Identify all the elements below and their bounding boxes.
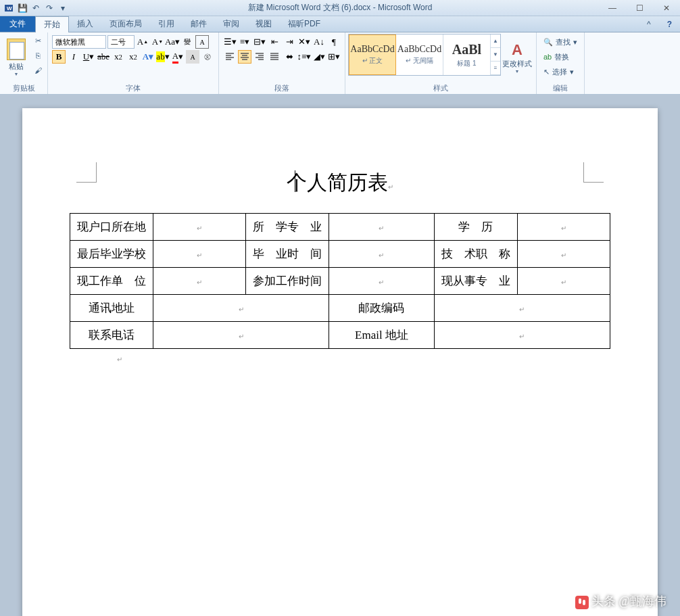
- doc-title[interactable]: 个人简历表↵: [70, 169, 610, 197]
- quick-access-toolbar: W 💾 ↶ ↷ ▾: [0, 2, 69, 14]
- copy-icon[interactable]: ⎘: [31, 49, 45, 62]
- font-size-combo[interactable]: 二号: [107, 35, 135, 49]
- table-row[interactable]: 现工作单 位 ↵ 参加工作时间 ↵ 现从事专 业 ↵: [70, 268, 610, 295]
- subscript-icon[interactable]: x2: [112, 50, 125, 64]
- char-border-icon[interactable]: A: [195, 35, 209, 49]
- para-mark: ↵: [117, 356, 122, 363]
- phonetic-guide-icon[interactable]: 變: [180, 35, 194, 49]
- justify-icon[interactable]: [268, 50, 281, 64]
- gallery-more-icon[interactable]: ≡: [491, 62, 500, 75]
- ribbon: 粘贴 ▼ ✂ ⎘ 🖌 剪贴板 微软雅黑 二号 A▲ A▼ Aa▾ 變 A B: [0, 32, 680, 95]
- table-row[interactable]: 联系电话 ↵ Email 地址 ↵: [70, 322, 610, 349]
- table-row[interactable]: 最后毕业学校 ↵ 毕 业时 间 ↵ 技 术职 称 ↵: [70, 241, 610, 268]
- table-row[interactable]: 现户口所在地 ↵ 所 学专 业 ↵ 学 历 ↵: [70, 214, 610, 241]
- title-bar: W 💾 ↶ ↷ ▾ 新建 Microsoft Word 文档 (6).docx …: [0, 0, 680, 16]
- cut-icon[interactable]: ✂: [31, 34, 45, 47]
- find-icon: 🔍: [543, 38, 553, 47]
- show-marks-icon[interactable]: ¶: [327, 35, 341, 49]
- gallery-up-icon[interactable]: ▲: [491, 34, 500, 48]
- svg-text:W: W: [7, 5, 12, 11]
- bullets-icon[interactable]: ☰▾: [223, 35, 237, 49]
- font-color-icon[interactable]: A▾: [171, 50, 185, 64]
- enclose-char-icon[interactable]: ㊛: [201, 50, 214, 64]
- shrink-font-icon[interactable]: A▼: [151, 35, 164, 49]
- superscript-icon[interactable]: x2: [126, 50, 140, 64]
- save-icon[interactable]: 💾: [16, 2, 28, 14]
- underline-button[interactable]: U▾: [82, 50, 95, 64]
- window-title: 新建 Microsoft Word 文档 (6).docx - Microsof…: [248, 2, 433, 14]
- font-name-combo[interactable]: 微软雅黑: [52, 35, 106, 49]
- tab-insert[interactable]: 插入: [69, 16, 101, 32]
- text-effects-icon[interactable]: A▾: [141, 50, 155, 64]
- paste-icon: [7, 39, 26, 60]
- maximize-icon[interactable]: ☐: [626, 0, 653, 16]
- numbering-icon[interactable]: ≡▾: [238, 35, 251, 49]
- undo-icon[interactable]: ↶: [30, 2, 42, 14]
- tab-page-layout[interactable]: 页面布局: [101, 16, 150, 32]
- borders-icon[interactable]: ⊞▾: [327, 50, 341, 64]
- change-styles-button[interactable]: A 更改样式 ▼: [501, 34, 533, 81]
- ribbon-tabs: 文件 开始 插入 页面布局 引用 邮件 审阅 视图 福昕PDF ^ ?: [0, 16, 680, 32]
- decrease-indent-icon[interactable]: ⇤: [268, 35, 281, 49]
- styles-gallery: AaBbCcDd ↵ 正文 AaBbCcDd ↵ 无间隔 AaBl 标题 1 ▲…: [348, 34, 501, 76]
- group-font: 微软雅黑 二号 A▲ A▼ Aa▾ 變 A B I U▾ abe x2 x2 A…: [48, 32, 219, 94]
- sort-icon[interactable]: A↓: [312, 35, 326, 49]
- replace-button[interactable]: ab替换: [541, 50, 580, 64]
- minimize-icon[interactable]: —: [599, 0, 626, 16]
- group-paragraph: ☰▾ ≡▾ ⊟▾ ⇤ ⇥ ✕▾ A↓ ¶ ⬌ ↕≡▾ ◢▾ ⊞▾ 段落: [219, 32, 345, 94]
- document-area[interactable]: 个人简历表↵ 现户口所在地 ↵ 所 学专 业 ↵ 学 历 ↵ 最后毕业学校 ↵ …: [0, 95, 680, 616]
- strike-icon[interactable]: abe: [97, 50, 110, 64]
- tab-references[interactable]: 引用: [150, 16, 183, 32]
- tab-mailings[interactable]: 邮件: [183, 16, 215, 32]
- style-heading-1[interactable]: AaBl 标题 1: [443, 34, 491, 75]
- select-icon: ↖: [543, 68, 550, 76]
- style-no-spacing[interactable]: AaBbCcDd ↵ 无间隔: [396, 34, 443, 75]
- redo-icon[interactable]: ↷: [43, 2, 55, 14]
- page[interactable]: 个人简历表↵ 现户口所在地 ↵ 所 学专 业 ↵ 学 历 ↵ 最后毕业学校 ↵ …: [22, 108, 658, 616]
- highlight-icon[interactable]: ab▾: [156, 50, 170, 64]
- style-normal[interactable]: AaBbCcDd ↵ 正文: [349, 34, 396, 75]
- tab-foxit-pdf[interactable]: 福昕PDF: [280, 16, 329, 32]
- distribute-icon[interactable]: ⬌: [283, 50, 296, 64]
- text-cursor: [295, 170, 295, 192]
- paste-button[interactable]: 粘贴 ▼: [3, 34, 30, 81]
- resume-table[interactable]: 现户口所在地 ↵ 所 学专 业 ↵ 学 历 ↵ 最后毕业学校 ↵ 毕 业时 间 …: [70, 213, 610, 349]
- tab-review[interactable]: 审阅: [215, 16, 247, 32]
- align-right-icon[interactable]: [253, 50, 266, 64]
- group-styles: AaBbCcDd ↵ 正文 AaBbCcDd ↵ 无间隔 AaBl 标题 1 ▲…: [345, 32, 537, 94]
- change-case-icon[interactable]: Aa▾: [166, 35, 179, 49]
- italic-button[interactable]: I: [67, 50, 80, 64]
- bold-button[interactable]: B: [52, 50, 66, 64]
- select-button[interactable]: ↖选择▾: [541, 65, 580, 78]
- qat-customize-icon[interactable]: ▾: [57, 2, 69, 14]
- help-icon[interactable]: ?: [659, 16, 680, 32]
- increase-indent-icon[interactable]: ⇥: [283, 35, 296, 49]
- line-spacing-icon[interactable]: ↕≡▾: [297, 50, 311, 64]
- shading-icon[interactable]: ◢▾: [312, 50, 326, 64]
- para-mark: ↵: [388, 183, 393, 191]
- table-row[interactable]: 通讯地址 ↵ 邮政编码 ↵: [70, 295, 610, 322]
- align-left-icon[interactable]: [223, 50, 237, 64]
- tab-home[interactable]: 开始: [35, 16, 69, 32]
- asian-layout-icon[interactable]: ✕▾: [297, 35, 311, 49]
- file-tab[interactable]: 文件: [0, 16, 35, 32]
- gallery-down-icon[interactable]: ▼: [491, 48, 500, 62]
- grow-font-icon[interactable]: A▲: [136, 35, 149, 49]
- char-shading-icon[interactable]: A: [186, 50, 199, 64]
- group-clipboard: 粘贴 ▼ ✂ ⎘ 🖌 剪贴板: [0, 32, 48, 94]
- replace-icon: ab: [543, 53, 552, 61]
- find-button[interactable]: 🔍查找▾: [541, 35, 580, 49]
- word-icon[interactable]: W: [3, 2, 15, 14]
- ribbon-minimize-icon[interactable]: ^: [639, 16, 659, 32]
- window-controls: — ☐ ✕: [599, 0, 680, 16]
- close-icon[interactable]: ✕: [653, 0, 680, 16]
- tab-view[interactable]: 视图: [247, 16, 280, 32]
- format-painter-icon[interactable]: 🖌: [31, 64, 45, 77]
- group-editing: 🔍查找▾ ab替换 ↖选择▾ 编辑: [537, 32, 585, 94]
- align-center-icon[interactable]: [238, 50, 251, 64]
- multilevel-icon[interactable]: ⊟▾: [253, 35, 266, 49]
